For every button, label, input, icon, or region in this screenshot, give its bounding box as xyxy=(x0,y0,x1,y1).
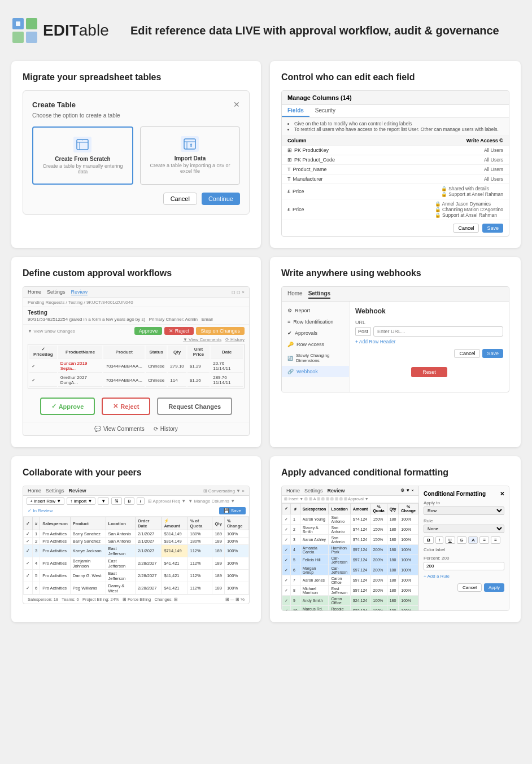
table-row: ✓2 Stacey A. SmithSan Antonio $74,124150… xyxy=(282,525,418,535)
table-header-row: ✓ # Salesperson Product Location Order D… xyxy=(24,517,249,530)
option-scratch[interactable]: + Create From Scratch Create a table by … xyxy=(32,126,133,185)
mc-field-row: T Manufacturer All Users xyxy=(282,174,509,184)
url-label: URL xyxy=(355,320,503,325)
cf-table-header: ✓ # Salesperson Location Amount % Quota … xyxy=(282,504,418,514)
mc-cancel-button[interactable]: Cancel xyxy=(453,224,479,233)
italic-format-btn[interactable]: I xyxy=(435,536,443,544)
cf-apply-to-select[interactable]: Row Cell xyxy=(424,507,504,515)
mc-footer: Cancel Save xyxy=(282,220,509,236)
option-import[interactable]: ⬆ Import Data Create a table by importin… xyxy=(140,126,240,185)
italic-btn[interactable]: I xyxy=(137,497,145,505)
card-migrate-title: Migrate your spreadsheet tables xyxy=(23,72,250,82)
card-approval: Define custom approval workflows Home Se… xyxy=(11,257,261,447)
svg-rect-2 xyxy=(12,32,24,43)
ap-approve-btn[interactable]: Approve xyxy=(134,327,163,335)
mc-save-button[interactable]: Save xyxy=(482,224,503,233)
mc-tab-security[interactable]: Security xyxy=(309,105,341,117)
align-right-btn[interactable]: ≡ xyxy=(491,536,500,544)
table-row: ✓3 Pro ActivitiesKanye Jackson East Jeff… xyxy=(24,545,249,557)
continue-button[interactable]: Continue xyxy=(202,193,240,205)
cf-apply-button[interactable]: Apply xyxy=(484,583,504,592)
svg-text:⬆: ⬆ xyxy=(189,143,193,148)
cf-tab-settings[interactable]: Settings xyxy=(304,488,323,494)
modal-title: Create Table xyxy=(32,101,76,109)
wh-cancel-button[interactable]: Cancel xyxy=(454,349,480,358)
underline-format-btn[interactable]: U xyxy=(445,536,455,544)
cf-apply-to-field: Apply to Row Cell xyxy=(424,500,504,515)
svg-rect-4 xyxy=(16,21,20,26)
collab-tab-review[interactable]: Review xyxy=(69,488,86,494)
wh-tab-settings[interactable]: Settings xyxy=(308,289,330,299)
option-import-desc: Create a table by importing a csv or exc… xyxy=(147,163,233,174)
table-row: ✓3 Aaron AshleySan Antonio $74,124150% 1… xyxy=(282,535,418,545)
method-label: Post xyxy=(355,327,371,336)
add-row-header-link[interactable]: + Add Row Header xyxy=(355,339,503,344)
big-changes-button[interactable]: Request Changes xyxy=(157,398,232,415)
sidebar-item-row-identification[interactable]: ≡ Row Identification xyxy=(282,316,349,328)
table-row: ✓4 Pro ActivitiesBenjamin Johnson East J… xyxy=(24,557,249,570)
card-collaborate-title: Collaborate with your peers xyxy=(23,468,250,478)
cf-tab-review[interactable]: Review xyxy=(327,488,345,494)
cf-layout: Home Settings Review ⚙ ▼ × ⊞ Insert ▼ ⊞ … xyxy=(282,486,509,610)
ap-tab-settings[interactable]: Settings xyxy=(47,289,66,295)
table-row: ✓9 Andy SmithCaron Office $24,124100% 18… xyxy=(282,596,418,606)
cf-panel-title: Conditional Formatting ✕ xyxy=(424,491,504,497)
option-scratch-label: Create From Scratch xyxy=(40,156,125,162)
align-left-btn[interactable]: ≡ xyxy=(479,536,489,544)
modal-header: Create Table ✕ xyxy=(32,100,240,109)
manage-cols-mockup: Manage Columns (14) Fields Security Give… xyxy=(281,90,509,237)
mc-desc: Give on the tab to modify who can contro… xyxy=(282,117,509,136)
create-table-mockup: Create Table ✕ Choose the option to crea… xyxy=(23,90,250,215)
reset-button[interactable]: Reset xyxy=(411,367,447,377)
collab-tab-home[interactable]: Home xyxy=(28,488,41,494)
cf-percent-input[interactable] xyxy=(424,562,504,570)
sidebar-item-report[interactable]: ⚙ Report xyxy=(282,305,349,316)
wh-tab-home[interactable]: Home xyxy=(287,289,303,299)
cf-color-label-field: Color label xyxy=(424,547,504,552)
wh-save-button[interactable]: Save xyxy=(482,349,503,358)
wh-topbar: Home Settings xyxy=(282,287,509,302)
history-link[interactable]: ⟳ History xyxy=(154,426,178,432)
card-approval-title: Define custom approval workflows xyxy=(23,268,250,278)
bold-format-btn[interactable]: B xyxy=(424,536,434,544)
sidebar-item-row-access[interactable]: 🔑 Row Access xyxy=(282,339,349,350)
ap-tab-review[interactable]: Review xyxy=(71,289,88,295)
sort-btn[interactable]: ⇅ xyxy=(111,497,122,505)
card-formatting-title: Apply advanced conditional formatting xyxy=(281,468,509,478)
table-row: ✓ Duncan 2019 Sepla... 70344FABB4AA... C… xyxy=(29,360,243,373)
big-approve-button[interactable]: ✓ Approve xyxy=(40,398,95,415)
ap-tab-home[interactable]: Home xyxy=(28,289,41,295)
collab-tab-settings[interactable]: Settings xyxy=(46,488,64,494)
ap-topbar: Home Settings Review ◻ ◻ × xyxy=(23,287,249,298)
table-row: ✓ Grethur 2027 DungA... 70344FABB4AA... … xyxy=(29,374,243,387)
bold-btn[interactable]: B xyxy=(124,497,134,505)
table-row: ✓6 Pro ActivitiesPeg Williams Danny & We… xyxy=(24,582,249,595)
big-reject-button[interactable]: ✕ Reject xyxy=(102,398,150,415)
mc-tab-fields[interactable]: Fields xyxy=(282,105,309,117)
cf-table: ✓ # Salesperson Location Amount % Quota … xyxy=(282,503,418,610)
filter-btn[interactable]: ▼ xyxy=(98,497,109,505)
ap-reject-btn[interactable]: ✕ Reject xyxy=(164,327,194,335)
cancel-button[interactable]: Cancel xyxy=(163,193,197,205)
strikethrough-format-btn[interactable]: S xyxy=(457,536,466,544)
color-format-btn[interactable]: A xyxy=(468,536,478,544)
ap-changes-btn[interactable]: Step on Changes xyxy=(196,327,245,335)
collab-save-button[interactable]: 💾 Save xyxy=(219,507,245,514)
add-rule-link[interactable]: + Add a Rule xyxy=(424,574,504,579)
import-btn[interactable]: ↑ Import ▼ xyxy=(67,497,95,505)
cf-tab-home[interactable]: Home xyxy=(286,488,300,494)
sidebar-item-approvals[interactable]: ✔ Approvals xyxy=(282,328,349,339)
sidebar-item-scd[interactable]: 🔄 Slowly Changing Dimensions xyxy=(282,350,349,366)
close-icon[interactable]: ✕ xyxy=(500,491,504,497)
url-input[interactable] xyxy=(373,326,503,337)
mc-field-row: T Product_Name All Users xyxy=(282,165,509,174)
sidebar-item-webhook[interactable]: 🔗 Webhook xyxy=(282,366,349,377)
logo-icon xyxy=(11,17,38,44)
add-row-btn[interactable]: + Insert Row ▼ xyxy=(27,497,64,505)
view-comments-link[interactable]: 💬 View Comments xyxy=(94,426,145,432)
collab-table: ✓ # Salesperson Product Location Order D… xyxy=(23,517,249,595)
modal-subtitle: Choose the option to create a table xyxy=(32,112,240,119)
close-icon[interactable]: ✕ xyxy=(233,100,240,109)
cf-cancel-button[interactable]: Cancel xyxy=(457,583,482,592)
cf-rule-select[interactable]: None Greater than xyxy=(424,525,504,533)
